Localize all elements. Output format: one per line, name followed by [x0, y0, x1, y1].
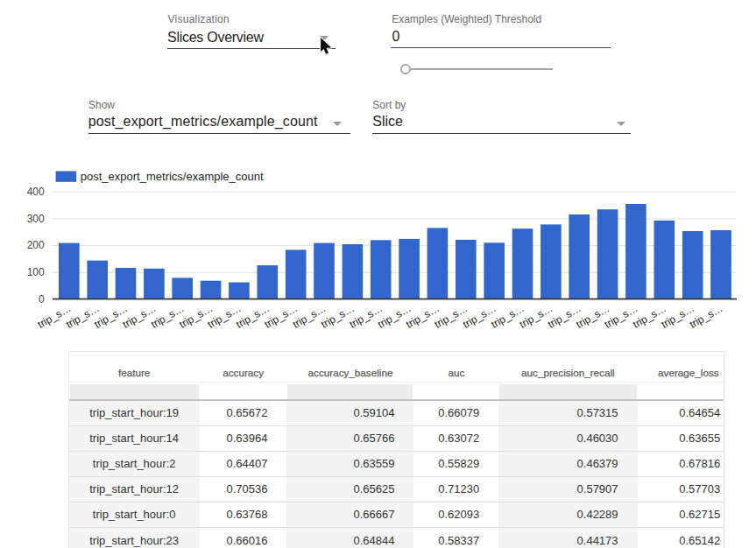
svg-text:400: 400 [27, 186, 45, 198]
svg-text:100: 100 [27, 266, 45, 278]
svg-text:0: 0 [39, 293, 45, 306]
svg-text:post_export_metrics/example_co: post_export_metrics/example_count [81, 170, 264, 183]
svg-text:200: 200 [27, 239, 45, 251]
svg-text:300: 300 [27, 213, 45, 225]
svg-text:trip_s…: trip_s… [688, 302, 725, 331]
